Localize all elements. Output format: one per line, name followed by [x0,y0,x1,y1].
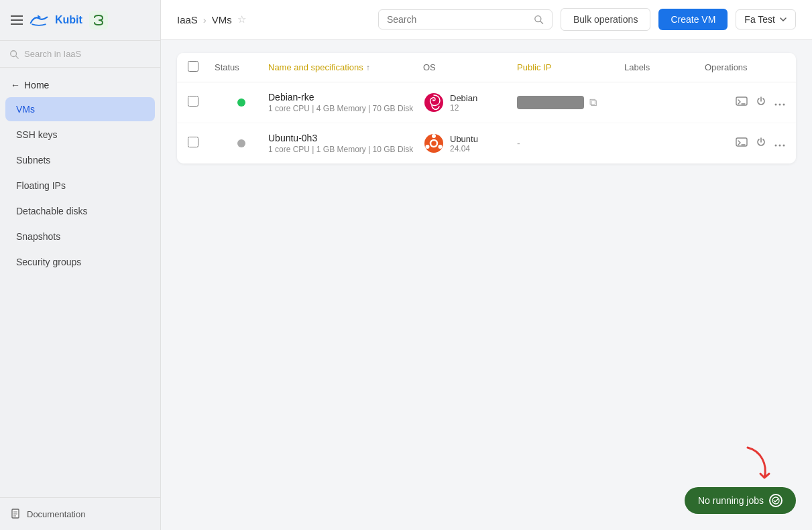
row-checkbox-debian[interactable] [188,96,198,107]
table-header: Status Name and specifications ↑ OS Publ… [177,53,796,82]
svg-point-17 [432,134,436,138]
public-ip-column-header: Public IP [517,62,624,72]
search-box[interactable] [378,9,553,29]
content-area: Status Name and specifications ↑ OS Publ… [161,40,812,530]
vm-specs-ubuntu: 1 core CPU | 1 GB Memory | 10 GB Disk [268,145,423,154]
sidebar-item-detachable-disks[interactable]: Detachable disks [5,199,155,223]
arrow-left-icon: ← [11,80,20,90]
breadcrumb-current: VMs [212,14,232,25]
os-cell-ubuntu: Ubuntu 24.04 [423,133,517,154]
svg-point-23 [779,145,781,147]
name-column-header: Name and specifications ↑ [268,62,423,72]
public-ip-cell-ubuntu: - [517,138,624,149]
row-checkbox-ubuntu[interactable] [188,137,198,147]
debian-os-logo [423,92,445,113]
search-icon [534,14,543,25]
os-name-debian: Debian [450,93,477,103]
breadcrumb: IaaS › VMs ☆ [177,13,246,25]
table-row: Debian-rke 1 core CPU | 4 GB Memory | 70… [177,82,796,123]
no-running-jobs-badge[interactable]: No running jobs [685,487,796,514]
sidebar-item-subnets[interactable]: Subnets [5,148,155,172]
create-vm-button[interactable]: Create VM [658,9,728,30]
os-column-header: OS [423,62,517,72]
secondary-logo-icon [89,11,108,29]
status-cell-debian [215,98,268,107]
breadcrumb-root[interactable]: IaaS [177,14,198,25]
search-input[interactable] [387,14,529,25]
power-icon[interactable] [756,96,766,109]
sidebar: Kubit Search in IaaS ← Home VMs SSH keys… [0,0,161,530]
table-row: Ubuntu-0h3 1 core CPU | 1 GB Memory | 10… [177,123,796,163]
sidebar-item-snapshots[interactable]: Snapshots [5,224,155,249]
operations-column-header: Operations [705,62,785,72]
sidebar-footer: Documentation [0,497,160,530]
sidebar-vms-label: VMs [16,104,35,115]
copy-ip-icon[interactable]: ⧉ [589,96,597,109]
documentation-link[interactable]: Documentation [11,509,150,519]
status-running-indicator [237,98,245,107]
topbar: IaaS › VMs ☆ Bulk operations Create VM F… [161,0,812,40]
os-name-ubuntu: Ubuntu [450,134,478,144]
tenant-selector[interactable]: Fa Test [736,9,796,29]
console-icon[interactable] [736,96,748,109]
breadcrumb-separator: › [203,14,207,25]
tenant-name: Fa Test [744,14,775,25]
os-info-debian: Debian 12 [450,93,477,113]
svg-point-14 [783,104,785,106]
row-checkbox-cell-ubuntu[interactable] [188,137,215,150]
sidebar-header: Kubit [0,0,160,41]
sidebar-detachable-disks-label: Detachable disks [16,206,88,216]
status-stopped-indicator [237,139,245,147]
documentation-label: Documentation [27,509,85,519]
svg-point-22 [775,145,777,147]
sidebar-item-vms[interactable]: VMs [5,97,155,121]
sidebar-item-floating-ips[interactable]: Floating IPs [5,174,155,198]
back-label: Home [24,80,49,90]
bulk-operations-button[interactable]: Bulk operations [561,8,651,31]
no-running-jobs-label: No running jobs [698,495,764,506]
console-icon[interactable] [736,137,748,149]
vm-name-debian[interactable]: Debian-rke [268,92,423,103]
labels-column-header: Labels [624,62,705,72]
favorite-star-icon[interactable]: ☆ [237,13,246,25]
sidebar-snapshots-label: Snapshots [16,231,60,242]
vm-name-ubuntu[interactable]: Ubuntu-0h3 [268,133,423,143]
sidebar-item-security-groups[interactable]: Security groups [5,250,155,274]
sidebar-ssh-label: SSH keys [16,129,57,140]
row-checkbox-cell-debian[interactable] [188,96,215,109]
os-cell-debian: Debian 12 [423,92,517,113]
public-ip-cell-debian: ⧉ [517,96,624,109]
select-all-checkbox-cell[interactable] [188,61,215,74]
status-column-header: Status [215,62,268,72]
os-version-ubuntu: 24.04 [450,144,478,153]
sort-asc-icon[interactable]: ↑ [366,63,370,72]
status-cell-ubuntu [215,139,268,147]
name-cell-debian: Debian-rke 1 core CPU | 4 GB Memory | 70… [268,92,423,113]
red-arrow-indicator [741,444,796,484]
back-home-button[interactable]: ← Home [0,74,160,96]
bottom-right-indicator: No running jobs [685,444,796,514]
os-version-debian: 12 [450,103,477,113]
os-info-ubuntu: Ubuntu 24.04 [450,134,478,153]
more-options-icon[interactable] [774,137,785,149]
svg-point-24 [783,145,785,147]
ip-masked-bar [517,96,584,109]
svg-point-12 [775,104,777,106]
more-options-icon[interactable] [774,96,785,109]
select-all-checkbox[interactable] [188,61,198,72]
ubuntu-os-logo [423,133,445,154]
document-icon [11,509,21,519]
svg-point-13 [779,104,781,106]
check-circle-icon [769,494,782,507]
power-icon[interactable] [756,137,766,150]
kubit-logo-icon [30,13,48,27]
chevron-down-icon [779,15,787,23]
hamburger-icon[interactable] [11,15,23,25]
sidebar-search-placeholder: Search in IaaS [24,49,81,59]
sidebar-item-ssh-keys[interactable]: SSH keys [5,123,155,147]
vm-table: Status Name and specifications ↑ OS Publ… [177,53,796,163]
kubit-logo-text: Kubit [55,14,82,26]
search-icon [9,50,19,59]
topbar-right: Bulk operations Create VM Fa Test [378,8,796,31]
svg-point-18 [439,145,443,149]
